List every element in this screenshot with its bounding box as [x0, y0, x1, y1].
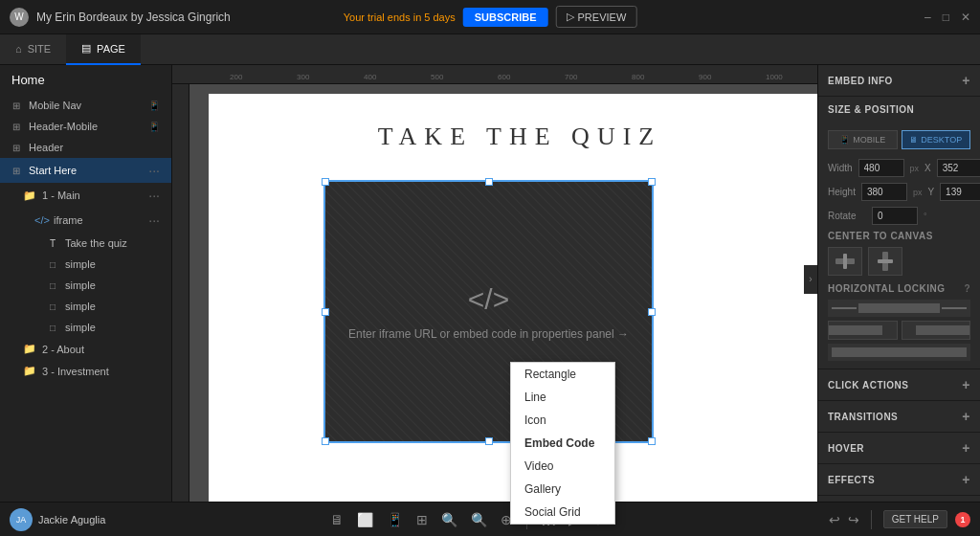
- rotate-row: Rotate °: [828, 207, 970, 225]
- embed-info-header[interactable]: EMBED INFO +: [818, 65, 980, 96]
- sidebar-home-label: Home: [0, 65, 171, 95]
- tab-page[interactable]: ▤ PAGE: [66, 34, 141, 65]
- context-item-line[interactable]: Line: [511, 386, 614, 409]
- header-mobile-label: Header-Mobile: [29, 121, 98, 132]
- resize-handle-tc[interactable]: [485, 178, 493, 186]
- lock-left-cell[interactable]: [828, 321, 898, 340]
- bottom-right: ↩ ↪ GET HELP 1: [829, 510, 970, 529]
- zoom-in-btn[interactable]: 🔍: [468, 509, 490, 530]
- embed-info-plus[interactable]: +: [962, 73, 970, 88]
- canvas-content[interactable]: TAKE THE QUIZ </> Enter iframe URL or em…: [189, 84, 817, 536]
- preview-button[interactable]: ▷ PREVIEW: [556, 6, 637, 28]
- zoom-out-btn[interactable]: 🔍: [438, 509, 460, 530]
- window-maximize[interactable]: □: [943, 11, 949, 24]
- grid-button[interactable]: ⊞: [413, 509, 431, 530]
- click-actions-header[interactable]: CLICK ACTIONS +: [818, 369, 980, 400]
- resize-handle-ml[interactable]: [322, 308, 329, 316]
- desktop-view-button[interactable]: 🖥: [327, 509, 346, 530]
- click-actions-label: CLICK ACTIONS: [828, 380, 908, 391]
- collapse-handle[interactable]: ›: [804, 265, 817, 294]
- context-item-icon[interactable]: Icon: [511, 409, 614, 432]
- context-item-rectangle[interactable]: Rectangle: [511, 363, 614, 386]
- sidebar-item-simple-2[interactable]: □ simple: [0, 275, 171, 296]
- mobile-nav-label: Mobile Nav: [29, 100, 81, 111]
- tab-site[interactable]: ⌂ SITE: [0, 34, 66, 65]
- svg-rect-1: [843, 254, 847, 269]
- start-here-dots[interactable]: ···: [148, 163, 160, 178]
- rotate-input[interactable]: [872, 207, 918, 225]
- redo-button[interactable]: ↪: [848, 512, 859, 527]
- sidebar-item-take-the-quiz[interactable]: T Take the quiz: [0, 233, 171, 254]
- simple2-label: simple: [65, 279, 96, 291]
- tab-page-label: PAGE: [97, 43, 125, 55]
- mobile-nav-icon: ⊞: [10, 100, 23, 111]
- context-item-embed-code[interactable]: Embed Code: [511, 432, 614, 455]
- mobile-tab[interactable]: 📱 MOBILE: [828, 130, 898, 149]
- get-help-button[interactable]: GET HELP: [883, 510, 947, 528]
- desktop-tab[interactable]: 🖥 DESKTOP: [902, 130, 971, 149]
- sidebar-item-simple-1[interactable]: □ simple: [0, 254, 171, 275]
- lock-right-cell[interactable]: [902, 321, 971, 340]
- hover-header[interactable]: HOVER +: [818, 433, 980, 463]
- width-input[interactable]: [858, 159, 904, 177]
- context-item-gallery[interactable]: Gallery: [511, 478, 614, 501]
- section-transitions: TRANSITIONS +: [818, 401, 980, 433]
- lock-full-width[interactable]: [828, 344, 970, 361]
- undo-button[interactable]: ↩: [829, 512, 840, 527]
- embed-info-label: EMBED INFO: [828, 76, 893, 86]
- sidebar-item-mobile-nav[interactable]: ⊞ Mobile Nav 📱: [0, 95, 171, 116]
- effects-header[interactable]: EFFECTS +: [818, 464, 980, 495]
- size-position-header[interactable]: SIZE & POSITION: [818, 97, 980, 123]
- sidebar-item-iframe[interactable]: </> iframe ···: [0, 208, 171, 233]
- resize-handle-bc[interactable]: [485, 437, 493, 445]
- bottom-bar: JA Jackie Aguglia 🖥 ⬜ 📱 ⊞ 🔍 🔍 ⊕ 🖼 ▶ ⊕ ↩ …: [0, 502, 980, 536]
- center-canvas-label: CENTER TO CANVAS: [828, 231, 970, 241]
- context-item-video[interactable]: Video: [511, 455, 614, 478]
- transitions-header[interactable]: TRANSITIONS +: [818, 401, 980, 432]
- topbar-left: W My Erin Bordeaux by Jessica Gingrich: [10, 8, 231, 27]
- sidebar-item-simple-3[interactable]: □ simple: [0, 296, 171, 317]
- simple1-label: simple: [65, 258, 96, 270]
- sidebar-item-1-main[interactable]: 📁 1 - Main ···: [0, 183, 171, 208]
- resize-handle-tl[interactable]: [322, 178, 329, 186]
- height-input[interactable]: [861, 183, 907, 201]
- iframe-dots[interactable]: ···: [148, 212, 160, 228]
- window-close[interactable]: ✕: [961, 11, 970, 24]
- resize-handle-bl[interactable]: [322, 437, 329, 445]
- sidebar-item-3-investment[interactable]: 📁 3 - Investment: [0, 360, 171, 382]
- sidebar-item-start-here[interactable]: ⊞ Start Here ···: [0, 158, 171, 183]
- subscribe-button[interactable]: SUBSCRIBE: [463, 8, 548, 27]
- main-area: Home ⊞ Mobile Nav 📱 ⊞ Header-Mobile 📱 ⊞: [0, 65, 980, 536]
- center-canvas-buttons: [828, 247, 970, 276]
- center-vertical-button[interactable]: [868, 247, 902, 276]
- header-label: Header: [29, 142, 63, 153]
- hover-plus[interactable]: +: [962, 440, 970, 456]
- center-horizontal-button[interactable]: [828, 247, 862, 276]
- lock-option-full[interactable]: [828, 300, 970, 317]
- effects-label: EFFECTS: [828, 475, 875, 485]
- transitions-plus[interactable]: +: [962, 409, 970, 424]
- x-input[interactable]: [937, 159, 980, 177]
- resize-handle-br[interactable]: [648, 437, 656, 445]
- sidebar-item-2-about[interactable]: 📁 2 - About: [0, 338, 171, 360]
- tab-site-label: SITE: [28, 43, 51, 55]
- topbar: W My Erin Bordeaux by Jessica Gingrich Y…: [0, 0, 980, 34]
- resize-handle-mr[interactable]: [648, 308, 656, 316]
- context-item-social-grid[interactable]: Social Grid: [511, 501, 614, 524]
- simple3-icon: □: [46, 302, 59, 312]
- main-label: 1 - Main: [42, 190, 80, 201]
- horizontal-locking-label: HORIZONTAL LOCKING: [828, 283, 946, 294]
- main-dots[interactable]: ···: [148, 188, 160, 203]
- effects-plus[interactable]: +: [962, 472, 970, 487]
- tablet-view-button[interactable]: ⬜: [354, 509, 376, 530]
- trial-notice: Your trial ends in 5 days SUBSCRIBE ▷ PR…: [344, 6, 637, 28]
- sidebar-item-header-mobile[interactable]: ⊞ Header-Mobile 📱: [0, 116, 171, 137]
- sidebar-item-simple-4[interactable]: □ simple: [0, 317, 171, 338]
- window-minimize[interactable]: –: [924, 11, 931, 24]
- sidebar-item-header[interactable]: ⊞ Header: [0, 137, 171, 158]
- click-actions-plus[interactable]: +: [962, 377, 970, 392]
- y-input[interactable]: [940, 183, 980, 201]
- app-logo: W: [10, 8, 29, 27]
- mobile-view-button[interactable]: 📱: [384, 509, 406, 530]
- resize-handle-tr[interactable]: [648, 178, 656, 186]
